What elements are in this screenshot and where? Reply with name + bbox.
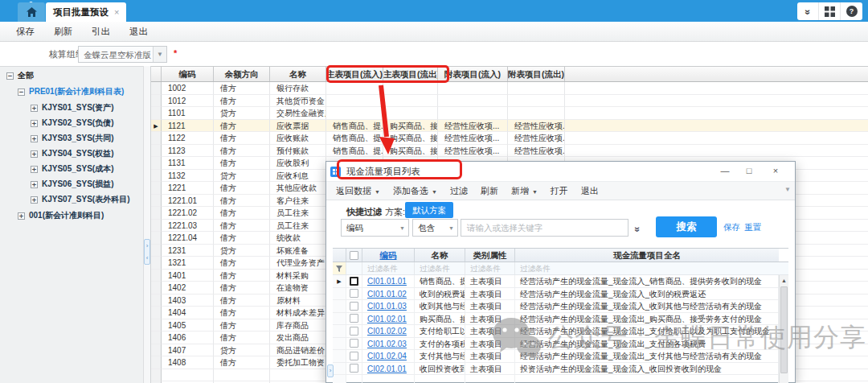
help-icon[interactable]: ? (841, 2, 862, 20)
dialog-col-header-1[interactable]: 编码 (362, 249, 415, 262)
dialog-toolbar-刷新[interactable]: 刷新 (474, 185, 505, 197)
row-checkbox[interactable] (350, 352, 358, 360)
apps-grid-icon[interactable] (819, 2, 841, 20)
dialog-splitter-icon[interactable]: › (327, 364, 334, 377)
save-scheme-link[interactable]: 保存 (723, 222, 740, 233)
table-row[interactable]: 1123借方预付账款销售商品、提...购买商品、接...经营性应收项...经营性… (151, 145, 868, 158)
filter-cell[interactable] (346, 262, 362, 274)
tree-item-KJYS05_SYS[interactable]: +KJYS05_SYS(成本) (31, 163, 113, 175)
table-row[interactable]: 1002借方银行存款 (151, 82, 868, 95)
collapse-icon[interactable]: − (18, 89, 25, 96)
item-code-link[interactable]: CI01.02.02 (362, 325, 415, 338)
row-checkbox[interactable] (350, 314, 358, 323)
dialog-col-header-2[interactable]: 名称 (415, 249, 465, 262)
list-item[interactable]: CI01.02.03支付的各项税费主表项目经营活动产生的现金流量_现金流出_支付… (333, 338, 788, 351)
row-checkbox[interactable] (350, 277, 358, 286)
grid-col-header-7[interactable]: 附表项目(流出) (508, 67, 565, 81)
row-checkbox[interactable] (350, 339, 358, 348)
dialog-toolbar-退出[interactable]: 退出 (575, 185, 605, 197)
dialog-toolbar-返回数据[interactable]: 返回数据▼ (330, 185, 387, 197)
tab-active[interactable]: 项目批量预设 × (46, 2, 126, 22)
list-item[interactable]: CI02.01.01收回投资收到的现主表项目投资活动产生的现金流量_现金流入_收… (333, 363, 788, 376)
close-icon[interactable]: × (114, 8, 119, 17)
expand-filter-icon[interactable]: » (632, 227, 643, 231)
checkbox-cell[interactable] (346, 275, 362, 288)
tab-home[interactable] (18, 2, 45, 22)
table-row[interactable]: ▶1121借方应收票据销售商品、提...购买商品、接...经营性应收项...经营… (151, 120, 868, 133)
checkbox-cell[interactable] (346, 338, 362, 351)
tree-item-root[interactable]: −全部 (6, 70, 34, 81)
item-code-link[interactable]: CI01.01.01 (362, 275, 415, 288)
dialog-toolbar-过滤[interactable]: 过滤 (444, 185, 474, 197)
list-item[interactable] (333, 375, 788, 383)
item-code-link[interactable]: CI01.02.04 (362, 350, 415, 363)
list-item[interactable]: CI01.02.02支付给职工以及为主表项目经营活动产生的现金流量_现金流出_支… (333, 325, 788, 338)
scroll-up-icon[interactable]: ▲ (780, 275, 788, 286)
checkbox-cell[interactable] (346, 300, 362, 313)
tree-item-KJYS07_SYS[interactable]: +KJYS07_SYS(表外科目) (31, 194, 129, 205)
tree-item-KJYS03_SYS[interactable]: +KJYS03_SYS(共同) (31, 133, 113, 144)
row-checkbox[interactable] (350, 327, 358, 336)
table-row[interactable]: 1012借方其他货币资金 (151, 95, 868, 108)
list-item[interactable]: CI01.01.03收到其他与经营活主表项目经营活动产生的现金流量_现金流入_收… (333, 300, 788, 313)
row-checkbox[interactable] (350, 289, 358, 298)
item-code-link[interactable]: CI02.01.01 (362, 363, 415, 376)
tree-item-001[interactable]: +001(新会计准则科目) (18, 210, 104, 221)
tree-item-KJYS01_SYS[interactable]: +KJYS01_SYS(资产) (31, 102, 113, 113)
grid-col-header-1[interactable]: 编码 (162, 67, 214, 81)
grid-col-header-3[interactable]: 名称 (270, 67, 326, 81)
minimize-icon[interactable]: — (717, 165, 733, 178)
dialog-col-header-4[interactable]: 现金流量项目全名 (515, 249, 779, 262)
toolbar-overflow-icon[interactable]: ▼ (784, 186, 791, 193)
grid-col-header-2[interactable]: 余额方向 (214, 67, 270, 81)
org-select[interactable]: 金蝶云星空标准版 ▼ (78, 46, 167, 63)
select-all-checkbox[interactable] (350, 251, 358, 260)
list-item[interactable]: CI01.02.04支付其他与经营活主表项目经营活动产生的现金流量_现金流出_支… (333, 350, 788, 363)
expand-icon[interactable]: + (31, 196, 38, 204)
filter-cell[interactable]: 过滤条件 (515, 262, 779, 274)
expand-icon[interactable]: + (31, 120, 38, 127)
item-code-link[interactable]: CI01.02.03 (362, 338, 415, 351)
close-icon[interactable]: × (768, 165, 784, 178)
search-button[interactable]: 搜索 (656, 216, 717, 237)
table-row[interactable]: 1101贷方交易性金融资产 (151, 107, 868, 120)
filter-cell[interactable]: 过滤条件 (415, 262, 465, 274)
checkbox-cell[interactable] (346, 325, 362, 338)
scrollbar-thumb[interactable] (780, 286, 788, 373)
dialog-toolbar-新增[interactable]: 新增▼ (505, 185, 544, 197)
menu-item-刷新[interactable]: 刷新 (44, 26, 82, 38)
list-item[interactable]: CI01.01.02收到的税费返还主表项目经营活动产生的现金流量_现金流入_收到… (333, 288, 788, 301)
menu-item-退出[interactable]: 退出 (120, 26, 158, 38)
keyword-input[interactable]: 请输入或选择关键字 (461, 219, 628, 237)
checkbox-cell[interactable] (346, 350, 362, 363)
expand-icon[interactable]: + (31, 150, 38, 158)
checkbox-cell[interactable] (346, 375, 362, 383)
tree-item-KJYS04_SYS[interactable]: +KJYS04_SYS(权益) (31, 148, 113, 159)
table-row[interactable]: 1122借方应收账款销售商品、提...购买商品、接...经营性应收项...经营性… (151, 132, 868, 145)
row-checkbox[interactable] (350, 302, 358, 311)
dialog-scrollbar[interactable]: ▲ (779, 275, 788, 383)
reset-link[interactable]: 重置 (744, 222, 761, 233)
tree-item-KJYS02_SYS[interactable]: +KJYS02_SYS(负债) (31, 117, 113, 129)
select-all-cell[interactable] (346, 249, 362, 262)
dialog-toolbar-添加备选[interactable]: 添加备选▼ (387, 185, 444, 197)
item-code-link[interactable]: CI01.01.02 (362, 288, 415, 301)
panel-splitter[interactable]: ›‹ (143, 66, 151, 383)
checkbox-cell[interactable] (346, 363, 362, 376)
collapse-icon[interactable]: − (6, 72, 14, 80)
checkbox-cell[interactable] (346, 313, 362, 326)
tree-item-KJYS06_SYS[interactable]: +KJYS06_SYS(损益) (31, 179, 113, 190)
grid-col-header-5[interactable]: 主表项目(流出) (383, 67, 438, 81)
collapse-toolbar-icon[interactable]: » (797, 2, 819, 20)
expand-icon[interactable]: + (18, 212, 25, 220)
maximize-icon[interactable]: □ (741, 165, 757, 178)
dialog-toolbar-打开[interactable]: 打开 (544, 185, 575, 197)
item-code-link[interactable]: CI01.02.01 (362, 313, 415, 326)
item-code-link[interactable]: CI01.01.03 (362, 300, 415, 313)
expand-icon[interactable]: + (31, 166, 38, 173)
filter-cell[interactable]: 过滤条件 (362, 262, 415, 274)
expand-icon[interactable]: + (31, 135, 38, 142)
expand-icon[interactable]: + (31, 181, 38, 188)
menu-item-保存[interactable]: 保存 (6, 26, 44, 38)
grid-col-header-4[interactable]: 主表项目(流入) (326, 67, 383, 81)
